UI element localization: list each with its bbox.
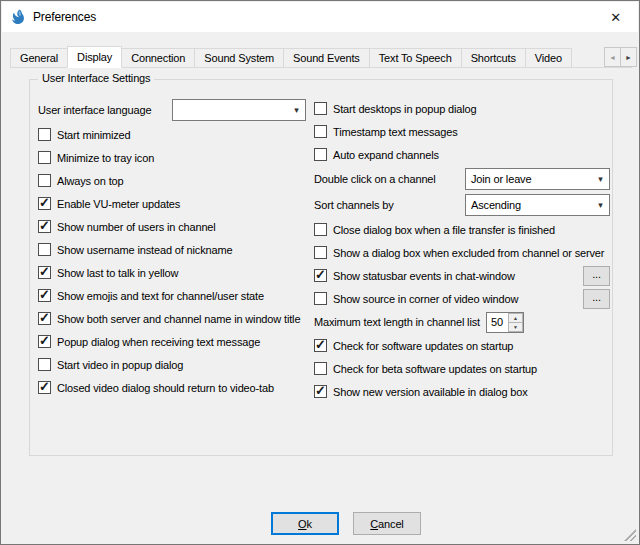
language-combobox[interactable]: ▾ [172,99,306,121]
checkbox-auto-expand-channels[interactable]: ✓ Auto expand channels [314,143,610,166]
checkbox-label: Start video in popup dialog [57,359,183,371]
checkbox-box: ✓ [314,292,327,305]
checkbox-vu-meter-updates[interactable]: ✓ Enable VU-meter updates [38,192,314,215]
tab-general[interactable]: General [10,48,68,68]
combobox-value: Ascending [466,199,592,211]
video-source-ellipsis-button[interactable]: ... [583,289,610,309]
tab-scroll-left-button[interactable]: ◄ [604,47,621,67]
checkbox-software-updates[interactable]: ✓ Check for software updates on startup [314,334,610,357]
arrow-down-icon: ▼ [513,324,518,330]
language-row: User interface language ▾ [38,97,314,123]
checkbox-box: ✓ [314,362,327,375]
resize-grip[interactable] [624,529,636,541]
checkbox-label: Start minimized [57,129,131,141]
check-icon: ✓ [315,267,326,282]
checkbox-server-channel-title[interactable]: ✓ Show both server and channel name in w… [38,307,314,330]
tab-bar: General Display Connection Sound System … [10,46,616,68]
check-icon: ✓ [39,195,50,210]
tab-label: Sound System [204,52,274,64]
checkbox-popup-text-message[interactable]: ✓ Popup dialog when receiving text messa… [38,330,314,353]
checkbox-box: ✓ [38,266,51,279]
check-icon: ✓ [315,337,326,352]
checkbox-new-version-dialog[interactable]: ✓ Show new version available in dialog b… [314,380,610,403]
checkbox-label: Show source in corner of video window [333,293,518,305]
cancel-button[interactable]: Cancel [353,512,421,535]
checkbox-show-username[interactable]: ✓ Show username instead of nickname [38,238,314,261]
group-title: User Interface Settings [38,72,154,84]
checkbox-box: ✓ [314,269,327,282]
checkbox-label: Show number of users in channel [57,221,216,233]
statusbar-events-ellipsis-button[interactable]: ... [583,266,610,286]
checkbox-label: Show emojis and text for channel/user st… [57,290,264,302]
checkbox-label: Check for beta software updates on start… [333,363,537,375]
checkbox-box: ✓ [314,385,327,398]
sort-channels-combobox[interactable]: Ascending ▾ [465,194,610,216]
checkbox-box: ✓ [314,125,327,138]
tab-sound-system[interactable]: Sound System [194,48,284,68]
titlebar[interactable]: Preferences ✕ [2,2,638,32]
checkbox-label: Show new version available in dialog box [333,386,528,398]
tab-label: Video [535,52,562,64]
tab-connection[interactable]: Connection [121,48,195,68]
checkbox-label: Show last to talk in yellow [57,267,178,279]
checkbox-label: Closed video dialog should return to vid… [57,382,274,394]
checkbox-box: ✓ [38,220,51,233]
checkbox-timestamp-messages[interactable]: ✓ Timestamp text messages [314,120,610,143]
checkbox-last-talk-yellow[interactable]: ✓ Show last to talk in yellow [38,261,314,284]
checkbox-label: Show statusbar events in chat-window [333,270,515,282]
tab-display[interactable]: Display [67,46,122,68]
tab-shortcuts[interactable]: Shortcuts [461,48,526,68]
arrow-left-icon: ◄ [609,54,616,61]
checkbox-box: ✓ [314,339,327,352]
spinbox-value: 50 [487,313,508,332]
left-column: User interface language ▾ ✓ Start minimi… [38,97,314,399]
tab-text-to-speech[interactable]: Text To Speech [369,48,462,68]
checkbox-box: ✓ [38,151,51,164]
video-source-row: ✓ Show source in corner of video window … [314,287,610,310]
checkbox-start-minimized[interactable]: ✓ Start minimized [38,123,314,146]
max-text-length-spinbox[interactable]: 50 ▲ ▼ [486,312,524,333]
ok-button[interactable]: Ok [271,512,339,535]
checkbox-show-user-count[interactable]: ✓ Show number of users in channel [38,215,314,238]
tab-label: Shortcuts [471,52,516,64]
right-column: ✓ Start desktops in popup dialog ✓ Times… [314,97,610,403]
arrow-up-icon: ▲ [513,315,518,321]
sort-channels-label: Sort channels by [314,199,465,211]
checkbox-start-video-popup[interactable]: ✓ Start video in popup dialog [38,353,314,376]
checkbox-close-on-transfer[interactable]: ✓ Close dialog box when a file transfer … [314,218,610,241]
double-click-combobox[interactable]: Join or leave ▾ [465,168,610,190]
checkbox-label: Always on top [57,175,124,187]
spin-down-button[interactable]: ▼ [508,322,523,332]
check-icon: ✓ [315,383,326,398]
max-text-length-row: Maximum text length in channel list 50 ▲… [314,310,610,334]
check-icon: ✓ [39,379,50,394]
checkbox-box: ✓ [38,381,51,394]
checkbox-box: ✓ [38,128,51,141]
double-click-label: Double click on a channel [314,173,465,185]
checkbox-statusbar-events[interactable]: ✓ Show statusbar events in chat-window [314,269,515,282]
checkbox-video-source-corner[interactable]: ✓ Show source in corner of video window [314,292,518,305]
checkbox-dialog-when-excluded[interactable]: ✓ Show a dialog box when excluded from c… [314,241,610,264]
checkbox-box: ✓ [38,358,51,371]
checkbox-label: Start desktops in popup dialog [333,103,477,115]
checkbox-beta-updates[interactable]: ✓ Check for beta software updates on sta… [314,357,610,380]
checkbox-minimize-to-tray[interactable]: ✓ Minimize to tray icon [38,146,314,169]
spinbox-buttons: ▲ ▼ [508,313,523,332]
checkbox-always-on-top[interactable]: ✓ Always on top [38,169,314,192]
checkbox-start-desktops-popup[interactable]: ✓ Start desktops in popup dialog [314,97,610,120]
tab-video[interactable]: Video [525,48,572,68]
tab-sound-events[interactable]: Sound Events [283,48,370,68]
tab-scroll-right-button[interactable]: ► [620,47,637,67]
checkbox-label: Popup dialog when receiving text message [57,336,260,348]
checkbox-box: ✓ [38,174,51,187]
checkbox-box: ✓ [314,102,327,115]
ellipsis-label: ... [592,291,601,303]
check-icon: ✓ [39,310,50,325]
tab-label: General [20,52,58,64]
checkbox-emojis-text-state[interactable]: ✓ Show emojis and text for channel/user … [38,284,314,307]
checkbox-label: Auto expand channels [333,149,439,161]
check-icon: ✓ [39,218,50,233]
checkbox-closed-video-return[interactable]: ✓ Closed video dialog should return to v… [38,376,314,399]
close-button[interactable]: ✕ [593,2,638,32]
arrow-right-icon: ► [625,54,632,61]
